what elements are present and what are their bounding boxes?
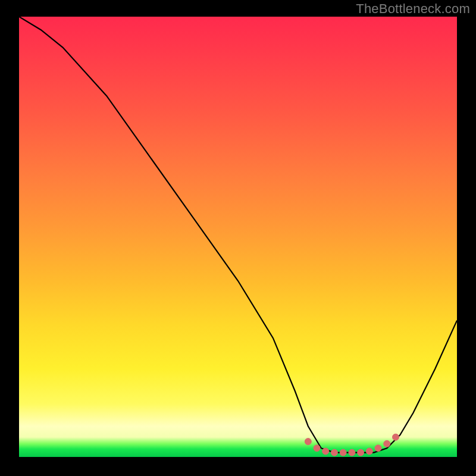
chart-frame: TheBottleneck.com (0, 0, 476, 476)
optimal-range-dot (366, 448, 372, 455)
optimal-range-dot (375, 445, 381, 452)
optimal-range-dot (358, 449, 364, 456)
plot-area (19, 17, 457, 457)
optimal-range-dot (314, 445, 320, 452)
optimal-range-dot (349, 449, 355, 456)
watermark-text: TheBottleneck.com (356, 1, 470, 17)
optimal-range-dot (393, 434, 399, 440)
optimal-range-dot (384, 440, 390, 447)
optimal-range-dot (331, 449, 337, 456)
optimal-range-dot (322, 448, 329, 455)
bottleneck-curve-line (19, 17, 457, 453)
optimal-range-dot (305, 439, 311, 445)
optimal-range-dot (340, 449, 346, 456)
chart-svg (19, 17, 457, 457)
